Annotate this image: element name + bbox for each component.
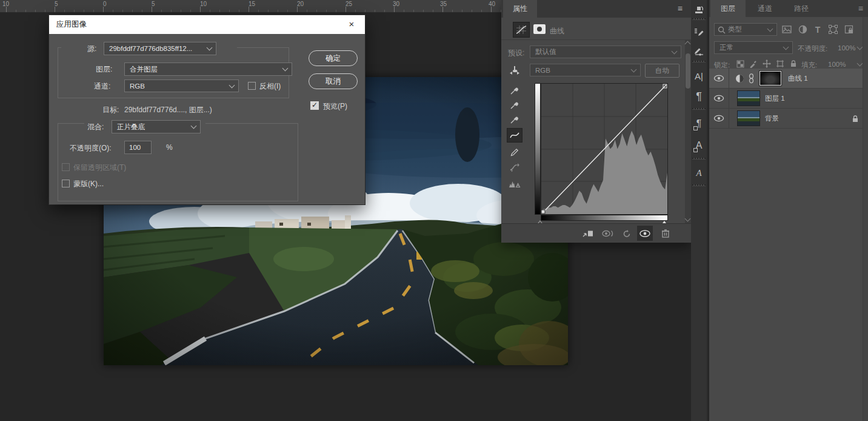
panel-dock-strip: A| ¶ ¶ A A [691, 0, 708, 421]
background-lock-icon[interactable] [851, 114, 860, 123]
view-previous-state-button[interactable] [600, 226, 616, 241]
horizontal-ruler: 10 5 0 5 10 15 20 25 30 35 40 [0, 0, 503, 13]
layer-thumbnail[interactable] [737, 110, 760, 126]
scroll-down-icon[interactable] [685, 216, 691, 222]
source-select[interactable]: 29bfddf77d776db835ff12... [104, 42, 216, 55]
layers-scrollbar[interactable] [863, 17, 868, 421]
properties-bottom-bar [501, 223, 691, 243]
cancel-button[interactable]: 取消 [309, 73, 358, 89]
opacity-input[interactable]: 100 [124, 141, 152, 154]
source-label: 源: [87, 44, 96, 54]
brush-settings-icon[interactable] [691, 22, 707, 41]
reset-button[interactable] [619, 226, 635, 241]
opacity-value: 100 [129, 144, 141, 151]
histogram-warning-icon[interactable] [507, 177, 522, 191]
blend-mode-value: 正常 [719, 43, 733, 52]
filter-shape-icon[interactable] [827, 24, 839, 35]
ruler-label: 30 [393, 1, 399, 7]
source-value: 29bfddf77d776db835ff12... [109, 45, 192, 52]
layer-thumbnail[interactable] [737, 90, 760, 106]
lock-pixels-icon[interactable] [748, 59, 759, 69]
white-point-eyedropper-icon[interactable] [507, 112, 522, 127]
auto-button[interactable]: 自动 [645, 64, 679, 78]
dialog-titlebar[interactable]: 应用图像 [49, 15, 365, 34]
chevron-down-icon [783, 44, 789, 50]
opacity-value[interactable]: 100% [838, 44, 855, 52]
close-icon[interactable]: × [338, 15, 365, 34]
lock-transparency-icon[interactable] [735, 59, 746, 69]
delete-adjustment-button[interactable] [658, 226, 673, 241]
tab-paths[interactable]: 路径 [784, 0, 818, 17]
edit-points-tool[interactable] [507, 128, 522, 143]
layer-name[interactable]: 曲线 1 [788, 74, 808, 83]
layer-row-curves[interactable]: 曲线 1 [709, 69, 868, 89]
dock-separator [692, 61, 706, 62]
curve-point-shadow[interactable] [541, 210, 545, 214]
mask-link-icon[interactable] [748, 73, 754, 84]
targeted-adjustment-tool[interactable] [507, 63, 522, 78]
character-panel-icon[interactable]: A| [691, 66, 707, 86]
invert-checkbox[interactable] [248, 82, 256, 90]
preview-checkbox[interactable] [310, 101, 319, 110]
lock-position-icon[interactable] [761, 59, 772, 69]
chevron-down-icon[interactable] [857, 61, 863, 67]
fill-value[interactable]: 100% [828, 61, 846, 68]
filter-smart-object-icon[interactable] [843, 24, 855, 35]
visibility-toggle[interactable] [709, 89, 729, 108]
brushes-icon[interactable] [691, 41, 707, 61]
scroll-up-icon[interactable] [685, 41, 691, 47]
properties-scrollbar[interactable] [685, 40, 691, 223]
clone-source-icon[interactable] [691, 0, 707, 19]
layer-select[interactable]: 合并图层 [124, 62, 292, 76]
layer-row-layer1[interactable]: 图层 1 [709, 89, 868, 109]
curves-grid[interactable] [541, 83, 668, 215]
chevron-down-icon[interactable] [857, 44, 863, 50]
opacity-unit: % [166, 143, 173, 152]
gray-point-eyedropper-icon[interactable] [507, 98, 522, 112]
panel-menu-icon[interactable]: ≡ [858, 4, 863, 13]
preset-select[interactable]: 默认值 [530, 45, 681, 58]
ruler-label: 10 [2, 1, 9, 7]
blend-mode-select[interactable]: 正常 [714, 41, 793, 54]
filter-image-icon[interactable] [781, 24, 793, 35]
lock-all-icon[interactable] [788, 58, 799, 68]
ruler-label: 5 [55, 1, 58, 7]
layer-value: 合并图层 [130, 65, 158, 74]
layer-mask-thumbnail[interactable] [759, 70, 782, 86]
filter-text-icon[interactable]: T [812, 24, 823, 35]
paragraph-panel-icon[interactable]: ¶ [691, 86, 707, 107]
glyphs-panel-icon[interactable]: A [691, 163, 707, 183]
lock-artboard-icon[interactable] [775, 59, 786, 69]
visibility-toggle[interactable] [709, 69, 729, 88]
layer-name[interactable]: 图层 1 [765, 94, 785, 103]
ruler-label: 10 [200, 1, 207, 7]
ok-button[interactable]: 确定 [309, 50, 358, 66]
apply-image-dialog: 应用图像 × 源: 29bfddf77d776db835ff12... 图层: … [49, 15, 365, 204]
filter-adjustment-icon[interactable] [796, 24, 809, 35]
tab-layers[interactable]: 图层 [710, 0, 746, 17]
layer-name[interactable]: 背景 [765, 114, 779, 123]
black-point-eyedropper-icon[interactable] [507, 83, 522, 98]
channel-select[interactable]: RGB [124, 79, 239, 92]
ruler-label: 25 [346, 1, 352, 7]
curves-channel-select[interactable]: RGB [530, 64, 641, 76]
preview-label: 预览(P) [323, 101, 347, 112]
invert-label: 反相(I) [259, 81, 281, 92]
mask-checkbox[interactable] [62, 180, 70, 187]
tab-channels[interactable]: 通道 [748, 0, 782, 17]
scrollbar-thumb[interactable] [686, 53, 690, 89]
curves-channel-value: RGB [535, 67, 550, 74]
character-styles-panel-icon[interactable]: A [691, 135, 707, 157]
search-icon [718, 26, 726, 34]
visibility-toggle[interactable] [709, 109, 729, 128]
paragraph-styles-panel-icon[interactable]: ¶ [691, 113, 707, 135]
clip-to-layer-button[interactable] [580, 226, 596, 241]
blend-select[interactable]: 正片叠底 [112, 120, 201, 133]
panel-menu-icon[interactable]: ≡ [678, 4, 683, 13]
visibility-toggle-button[interactable] [637, 226, 653, 241]
layer-row-background[interactable]: 背景 [709, 109, 868, 129]
filter-type-select[interactable]: 类型 [714, 23, 777, 36]
ruler-label: 15 [249, 1, 255, 7]
tab-properties[interactable]: 属性 [503, 0, 537, 18]
pencil-tool[interactable] [507, 145, 522, 160]
